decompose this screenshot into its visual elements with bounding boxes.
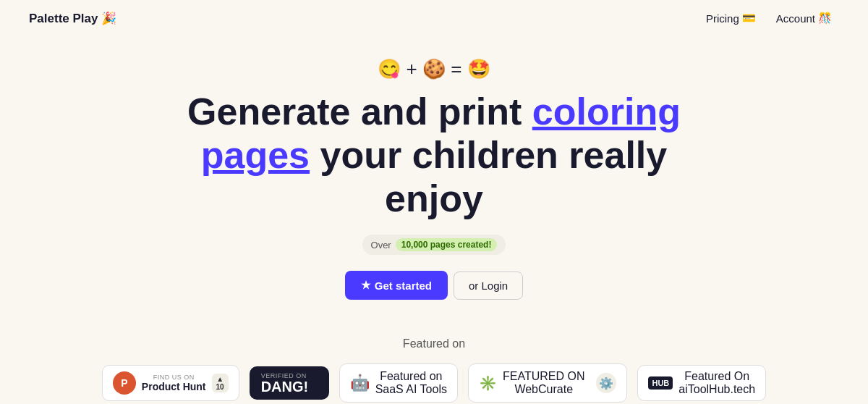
producthunt-count: ▲ 10 — [212, 374, 229, 392]
cta-row: ★ Get started or Login — [14, 271, 854, 300]
hero-title-part1: Generate and print — [187, 91, 532, 132]
brand-logo[interactable]: Palette Play 🎉 — [29, 11, 116, 26]
webcurate-text: FEATURED ON WebCurate — [503, 370, 584, 396]
saas-text: Featured on SaaS AI Tools — [375, 370, 447, 396]
webcurate-gear-icon: ⚙️ — [596, 373, 616, 393]
aitoolhub-small: Featured On — [678, 370, 755, 383]
producthunt-main: Product Hunt — [142, 381, 206, 392]
hero-badge: Over 10,000 pages created! — [362, 235, 506, 255]
featured-section: Featured on P FIND US ON Product Hunt ▲ … — [0, 337, 868, 404]
hero-section: 😋 + 🍪 = 🤩 Generate and print coloring pa… — [0, 36, 868, 337]
dang-badge[interactable]: Verified on DANG! — [250, 366, 329, 400]
pricing-icon: 💳 — [742, 12, 756, 25]
aitoolhub-text: Featured On aiToolHub.tech — [678, 370, 755, 396]
producthunt-text: FIND US ON Product Hunt — [142, 374, 206, 392]
featured-badges: P FIND US ON Product Hunt ▲ 10 Verified … — [14, 363, 854, 403]
account-link[interactable]: Account 🎊 — [769, 9, 839, 28]
featured-title: Featured on — [14, 337, 854, 350]
hero-emoji-row: 😋 + 🍪 = 🤩 — [14, 58, 854, 80]
login-button[interactable]: or Login — [454, 272, 523, 300]
saas-main: SaaS AI Tools — [375, 383, 447, 396]
aitoolhub-icon: HUB — [648, 376, 673, 390]
account-label: Account — [776, 12, 815, 25]
hero-title: Generate and print coloring pages your c… — [181, 91, 687, 220]
saas-icon: 🤖 — [350, 374, 370, 392]
webcurate-badge[interactable]: ✳️ FEATURED ON WebCurate ⚙️ — [468, 363, 627, 403]
pricing-link[interactable]: Pricing 💳 — [699, 9, 763, 28]
badge-count: 10,000 pages created! — [396, 238, 498, 251]
get-started-label: Get started — [375, 279, 432, 292]
navbar: Palette Play 🎉 Pricing 💳 Account 🎊 — [0, 0, 868, 36]
producthunt-badge[interactable]: P FIND US ON Product Hunt ▲ 10 — [102, 365, 239, 401]
count-number: 10 — [216, 383, 224, 391]
badge-prefix: Over — [371, 240, 391, 251]
star-icon: ★ — [361, 279, 370, 292]
saas-small: Featured on — [375, 370, 447, 383]
pricing-label: Pricing — [706, 12, 739, 25]
producthunt-icon: P — [113, 371, 136, 395]
webcurate-small: FEATURED ON — [503, 370, 584, 383]
aitoolhub-main: aiToolHub.tech — [678, 383, 755, 396]
webcurate-icon: ✳️ — [479, 374, 497, 392]
dang-main: DANG! — [261, 379, 309, 394]
producthunt-small: FIND US ON — [142, 374, 206, 381]
nav-links: Pricing 💳 Account 🎊 — [699, 9, 839, 28]
saas-badge[interactable]: 🤖 Featured on SaaS AI Tools — [339, 363, 458, 403]
webcurate-main: WebCurate — [503, 383, 584, 396]
account-icon: 🎊 — [818, 12, 832, 25]
aitoolhub-badge[interactable]: HUB Featured On aiToolHub.tech — [637, 365, 766, 401]
get-started-button[interactable]: ★ Get started — [345, 271, 448, 300]
hero-title-part2: your children really enjoy — [310, 134, 667, 219]
up-arrow-icon: ▲ — [216, 375, 224, 383]
